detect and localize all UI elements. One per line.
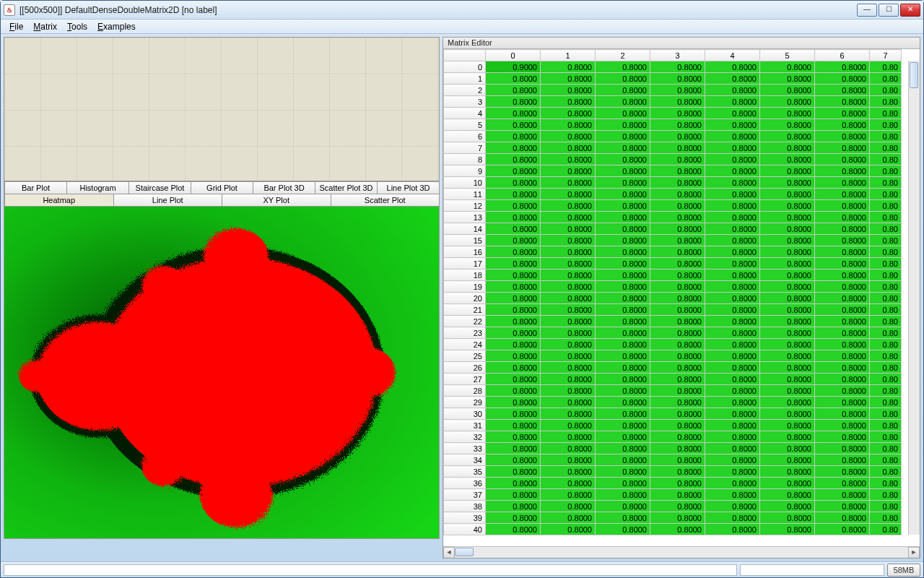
cell[interactable]: 0.8000	[815, 281, 870, 293]
cell[interactable]: 0.8000	[760, 420, 815, 431]
cell[interactable]: 0.8000	[596, 478, 650, 489]
cell[interactable]: 0.8000	[650, 223, 705, 235]
cell[interactable]: 0.8000	[650, 327, 705, 339]
cell[interactable]: 0.80	[870, 454, 902, 466]
cell[interactable]: 0.8000	[596, 61, 650, 73]
cell[interactable]: 0.8000	[541, 512, 596, 524]
cell[interactable]: 0.80	[870, 281, 902, 293]
cell[interactable]: 0.8000	[760, 524, 815, 535]
cell[interactable]: 0.8000	[815, 200, 870, 212]
cell[interactable]: 0.8000	[705, 293, 760, 304]
cell[interactable]: 0.8000	[650, 258, 705, 269]
cell[interactable]: 0.80	[870, 327, 902, 339]
cell[interactable]: 0.8000	[486, 524, 541, 535]
cell[interactable]: 0.8000	[705, 85, 760, 96]
memory-button[interactable]: 58MB	[887, 564, 920, 577]
cell[interactable]: 0.8000	[705, 501, 760, 512]
cell[interactable]: 0.8000	[650, 189, 705, 200]
menu-examples[interactable]: Examples	[93, 20, 140, 33]
cell[interactable]: 0.8000	[815, 165, 870, 177]
tab-bar-plot[interactable]: Bar Plot	[4, 181, 67, 194]
cell[interactable]: 0.8000	[596, 304, 650, 316]
cell[interactable]: 0.8000	[815, 131, 870, 142]
cell[interactable]: 0.80	[870, 142, 902, 154]
cell[interactable]: 0.8000	[760, 362, 815, 374]
cell[interactable]: 0.8000	[760, 108, 815, 119]
tab-line-plot-3d[interactable]: Line Plot 3D	[377, 181, 440, 194]
cell[interactable]: 0.8000	[596, 293, 650, 304]
cell[interactable]: 0.8000	[541, 466, 596, 478]
cell[interactable]: 0.8000	[815, 512, 870, 524]
cell[interactable]: 0.8000	[705, 408, 760, 420]
cell[interactable]: 0.8000	[760, 397, 815, 408]
row-header[interactable]: 6	[444, 131, 486, 142]
cell[interactable]: 0.8000	[486, 269, 541, 281]
row-header[interactable]: 28	[444, 385, 486, 397]
cell[interactable]: 0.8000	[596, 431, 650, 443]
cell[interactable]: 0.8000	[650, 501, 705, 512]
cell[interactable]: 0.8000	[486, 131, 541, 142]
cell[interactable]: 0.8000	[815, 223, 870, 235]
cell[interactable]: 0.8000	[486, 443, 541, 454]
cell[interactable]: 0.8000	[541, 524, 596, 535]
cell[interactable]: 0.80	[870, 466, 902, 478]
cell[interactable]: 0.8000	[541, 374, 596, 385]
cell[interactable]: 0.8000	[486, 478, 541, 489]
cell[interactable]: 0.80	[870, 189, 902, 200]
cell[interactable]: 0.8000	[705, 420, 760, 431]
cell[interactable]: 0.8000	[760, 269, 815, 281]
cell[interactable]: 0.8000	[596, 374, 650, 385]
cell[interactable]: 0.8000	[541, 61, 596, 73]
cell[interactable]: 0.8000	[705, 189, 760, 200]
cell[interactable]: 0.8000	[596, 350, 650, 362]
cell[interactable]: 0.8000	[650, 131, 705, 142]
cell[interactable]: 0.8000	[815, 73, 870, 85]
cell[interactable]: 0.80	[870, 96, 902, 108]
cell[interactable]: 0.8000	[760, 119, 815, 131]
cell[interactable]: 0.8000	[705, 96, 760, 108]
cell[interactable]: 0.8000	[650, 235, 705, 246]
cell[interactable]: 0.8000	[705, 454, 760, 466]
cell[interactable]: 0.8000	[815, 327, 870, 339]
cell[interactable]: 0.8000	[541, 501, 596, 512]
row-header[interactable]: 19	[444, 281, 486, 293]
cell[interactable]: 0.8000	[541, 189, 596, 200]
cell[interactable]: 0.8000	[486, 466, 541, 478]
cell[interactable]: 0.8000	[486, 489, 541, 501]
menu-tools[interactable]: Tools	[63, 20, 92, 33]
cell[interactable]: 0.8000	[486, 154, 541, 165]
cell[interactable]: 0.8000	[650, 246, 705, 258]
cell[interactable]: 0.8000	[815, 501, 870, 512]
row-header[interactable]: 17	[444, 258, 486, 269]
cell[interactable]: 0.8000	[486, 408, 541, 420]
cell[interactable]: 0.80	[870, 119, 902, 131]
cell[interactable]: 0.8000	[541, 142, 596, 154]
cell[interactable]: 0.8000	[650, 212, 705, 223]
cell[interactable]: 0.8000	[705, 108, 760, 119]
row-header[interactable]: 25	[444, 350, 486, 362]
cell[interactable]: 0.8000	[815, 478, 870, 489]
cell[interactable]: 0.8000	[760, 212, 815, 223]
cell[interactable]: 0.8000	[596, 397, 650, 408]
cell[interactable]: 0.8000	[815, 316, 870, 327]
cell[interactable]: 0.8000	[541, 408, 596, 420]
cell[interactable]: 0.8000	[541, 269, 596, 281]
cell[interactable]: 0.8000	[760, 96, 815, 108]
cell[interactable]: 0.8000	[541, 293, 596, 304]
matrix-table[interactable]: 01234567 00.90000.80000.80000.80000.8000…	[443, 49, 902, 535]
heatmap-plot[interactable]	[4, 207, 440, 539]
horizontal-scrollbar[interactable]: ◄ ►	[443, 546, 920, 558]
cell[interactable]: 0.8000	[760, 489, 815, 501]
cell[interactable]: 0.8000	[541, 165, 596, 177]
cell[interactable]: 0.8000	[650, 350, 705, 362]
cell[interactable]: 0.8000	[596, 454, 650, 466]
cell[interactable]: 0.8000	[760, 258, 815, 269]
cell[interactable]: 0.8000	[650, 177, 705, 189]
cell[interactable]: 0.8000	[705, 304, 760, 316]
cell[interactable]: 0.8000	[760, 304, 815, 316]
cell[interactable]: 0.80	[870, 501, 902, 512]
col-header[interactable]: 0	[486, 50, 541, 61]
cell[interactable]: 0.8000	[541, 246, 596, 258]
cell[interactable]: 0.80	[870, 293, 902, 304]
cell[interactable]: 0.8000	[596, 85, 650, 96]
